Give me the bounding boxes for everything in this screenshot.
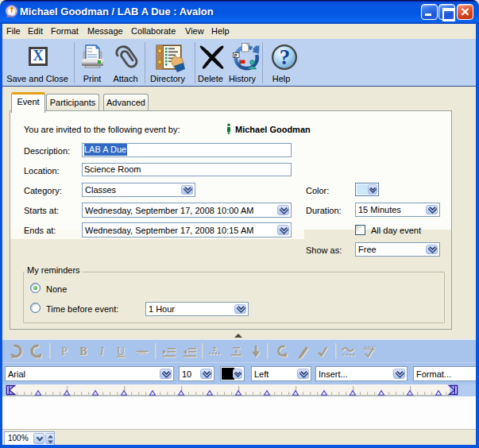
svg-text:P: P [234, 53, 238, 58]
svg-text:U: U [117, 346, 125, 357]
svg-text:P: P [61, 346, 68, 357]
svg-text:?: ? [280, 45, 291, 69]
svg-text:B: B [79, 346, 87, 357]
